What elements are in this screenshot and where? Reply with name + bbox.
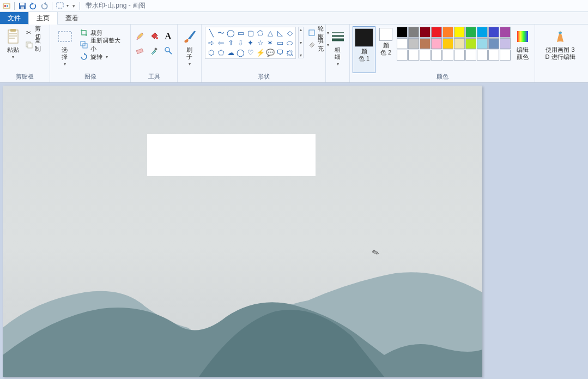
shape-right-tri[interactable]: ◺ — [275, 28, 284, 38]
eraser-tool[interactable] — [134, 44, 147, 57]
shapes-scroll-down[interactable]: ▾ — [300, 40, 302, 45]
palette-swatch[interactable] — [465, 38, 476, 49]
edit-colors-button[interactable]: 编辑 颜色 — [514, 27, 531, 73]
shape-pentagon[interactable]: ⬠ — [216, 48, 226, 57]
shape-arrow-up[interactable]: ⇧ — [226, 38, 235, 47]
shape-diamond[interactable]: ◇ — [285, 28, 294, 38]
clipboard-icon — [4, 28, 22, 45]
file-name: 带水印-山.png — [86, 2, 126, 9]
shape-callout-round[interactable]: ⬭ — [285, 38, 294, 47]
palette-swatch[interactable] — [442, 38, 453, 49]
svg-point-27 — [559, 32, 562, 34]
app-name: 画图 — [132, 2, 146, 9]
palette-swatch[interactable] — [442, 27, 453, 38]
shape-6star[interactable]: ✶ — [265, 38, 275, 47]
palette-swatch[interactable] — [397, 38, 408, 49]
palette-swatch[interactable] — [408, 38, 419, 49]
shape-callout-rect[interactable]: ▭ — [275, 38, 284, 47]
shapes-gallery[interactable]: ╲ 〜 ◯ ▭ ▢ ⬠ △ ◺ ◇ ➪ ⇦ ⇧ ⇩ ✦ ☆ ✶ ▭ — [205, 27, 296, 59]
paste-button[interactable]: 粘贴 ▾ — [3, 27, 23, 73]
shape-lightning[interactable]: ⚡ — [256, 48, 265, 57]
color1-button[interactable]: 颜 色 1 — [353, 27, 375, 73]
palette-swatch[interactable] — [408, 27, 419, 38]
palette-swatch[interactable] — [397, 50, 408, 61]
tab-file[interactable]: 文件 — [0, 12, 28, 24]
palette-swatch[interactable] — [442, 50, 453, 61]
resize-button[interactable]: 重新调整大小 — [78, 39, 127, 51]
select-button[interactable]: 选 择 ▾ — [53, 27, 76, 73]
shape-oval[interactable]: ◯ — [226, 28, 235, 38]
chevron-down-icon: ▾ — [12, 55, 14, 59]
shape-hexagon[interactable]: ⬡ — [207, 48, 216, 57]
palette-swatch[interactable] — [500, 27, 511, 38]
shape-arrow-down[interactable]: ⇩ — [236, 38, 245, 47]
palette-swatch[interactable] — [465, 27, 476, 38]
palette-swatch[interactable] — [454, 50, 465, 61]
redo-icon[interactable] — [40, 2, 49, 10]
eyedropper-tool[interactable] — [148, 44, 161, 57]
shape-rect[interactable]: ▭ — [236, 28, 245, 38]
palette-swatch[interactable] — [454, 38, 465, 49]
tab-view[interactable]: 查看 — [58, 12, 86, 24]
rotate-button[interactable]: 旋转 ▾ — [78, 51, 127, 63]
magnifier-tool[interactable] — [162, 44, 175, 57]
shape-polygon[interactable]: ⬠ — [256, 28, 265, 38]
shape-heart[interactable]: ♡ — [246, 48, 255, 57]
palette-swatch[interactable] — [420, 38, 431, 49]
paint3d-button[interactable]: 使用画图 3 D 进行编辑 — [538, 27, 582, 73]
tab-home[interactable]: 主页 — [28, 12, 58, 25]
palette-swatch[interactable] — [420, 50, 431, 61]
palette-swatch[interactable] — [477, 38, 488, 49]
svg-rect-22 — [309, 30, 314, 35]
palette-swatch[interactable] — [431, 38, 442, 49]
shapes-expand[interactable]: ▾ — [300, 53, 302, 58]
qat-customize-icon[interactable]: ▾ — [71, 2, 76, 10]
fill-tool[interactable] — [148, 30, 161, 43]
canvas[interactable]: ✎ — [3, 86, 482, 377]
shapes-scroll-up[interactable]: ▴ — [300, 27, 302, 32]
stroke-icon — [329, 28, 347, 45]
save-icon[interactable] — [18, 2, 27, 10]
palette-swatch[interactable] — [431, 27, 442, 38]
shape-5star[interactable]: ☆ — [256, 38, 265, 47]
shape-callout1[interactable]: 💬 — [265, 48, 275, 57]
svg-rect-18 — [136, 49, 143, 53]
palette-swatch[interactable] — [408, 50, 419, 61]
palette-swatch[interactable] — [420, 27, 431, 38]
ribbon-tabs: 文件 主页 查看 — [0, 12, 588, 25]
text-tool[interactable]: A — [162, 30, 175, 43]
qat-dropdown-icon[interactable]: ▾ — [66, 3, 69, 8]
shape-line[interactable]: ╲ — [207, 28, 216, 38]
brushes-button[interactable]: 刷 子 ▾ — [181, 27, 198, 73]
separator — [52, 2, 52, 10]
paint3d-label: 使用画图 3 D 进行编辑 — [545, 46, 575, 61]
palette-swatch[interactable] — [454, 27, 465, 38]
color2-button[interactable]: 颜 色 2 — [378, 27, 393, 73]
shape-arrow-right[interactable]: ➪ — [207, 38, 216, 47]
shape-4star[interactable]: ✦ — [246, 38, 255, 47]
shape-roundrect[interactable]: ▢ — [246, 28, 255, 38]
shape-curve[interactable]: 〜 — [216, 28, 226, 38]
stroke-width-button[interactable]: 粗 细 ▾ — [329, 27, 347, 73]
shape-cloud[interactable]: ☁ — [226, 48, 235, 57]
palette-swatch[interactable] — [397, 27, 408, 38]
palette-swatch[interactable] — [465, 50, 476, 61]
palette-swatch[interactable] — [500, 50, 511, 61]
palette-swatch[interactable] — [477, 50, 488, 61]
shape-callout3[interactable]: 🗯 — [285, 48, 294, 57]
tools-group-label: 工具 — [131, 73, 177, 82]
palette-swatch[interactable] — [500, 38, 511, 49]
shape-callout-oval[interactable]: ◯ — [236, 48, 245, 57]
copy-button[interactable]: 复制 — [24, 39, 46, 51]
shape-triangle[interactable]: △ — [265, 28, 275, 38]
undo-icon[interactable] — [29, 2, 38, 10]
shape-arrow-left[interactable]: ⇦ — [216, 38, 226, 47]
palette-swatch[interactable] — [488, 38, 499, 49]
palette-swatch[interactable] — [477, 27, 488, 38]
qat-selection-icon[interactable] — [56, 2, 64, 10]
shape-callout2[interactable]: 🗨 — [275, 48, 284, 57]
palette-swatch[interactable] — [488, 50, 499, 61]
palette-swatch[interactable] — [488, 27, 499, 38]
pencil-tool[interactable] — [134, 30, 147, 43]
palette-swatch[interactable] — [431, 50, 442, 61]
